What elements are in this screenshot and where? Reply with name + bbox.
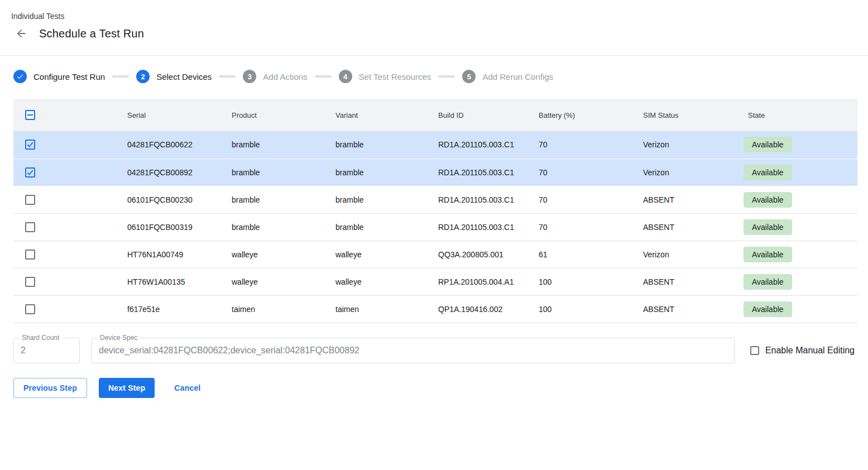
cell-variant: taimen <box>335 295 438 323</box>
cell-sim-status: ABSENT <box>643 268 748 295</box>
cell-product: bramble <box>232 186 335 213</box>
page-title: Schedule a Test Run <box>39 27 144 40</box>
cell-build-id: QQ3A.200805.001 <box>438 241 539 268</box>
row-checkbox[interactable] <box>25 250 35 260</box>
cell-product: bramble <box>232 159 335 186</box>
column-header-sim-status: SIM Status <box>643 99 748 131</box>
device-spec-label: Device Spec <box>97 334 140 342</box>
cell-variant: walleye <box>335 241 438 268</box>
cell-serial: 04281FQCB00622 <box>127 131 232 159</box>
step-label: Select Devices <box>156 72 212 81</box>
step-connector <box>219 75 236 78</box>
step-set-test-resources[interactable]: 4 Set Test Resources <box>339 70 431 83</box>
cell-sim-status: Verizon <box>643 131 748 159</box>
cell-product: bramble <box>232 213 335 241</box>
step-label: Set Test Resources <box>359 72 431 81</box>
enable-manual-editing-toggle[interactable]: Enable Manual Editing <box>750 346 855 356</box>
cell-battery: 70 <box>539 159 643 186</box>
status-badge: Available <box>744 192 792 208</box>
cell-build-id: QP1A.190416.002 <box>438 295 539 323</box>
table-row[interactable]: 04281FQCB00622 bramble bramble RD1A.2011… <box>13 131 857 159</box>
cell-build-id: RD1A.201105.003.C1 <box>438 186 539 213</box>
cell-sim-status: ABSENT <box>643 295 748 323</box>
cell-variant: bramble <box>335 186 438 213</box>
cell-sim-status: ABSENT <box>643 186 748 213</box>
back-arrow-icon[interactable] <box>15 27 28 40</box>
device-spec-value[interactable]: device_serial:04281FQCB00622;device_seri… <box>92 338 734 356</box>
cell-product: walleye <box>232 268 335 295</box>
cell-build-id: RD1A.201105.003.C1 <box>438 159 539 186</box>
step-connector <box>438 75 455 78</box>
shard-count-field[interactable]: Shard Count 2 <box>13 338 80 363</box>
cell-battery: 70 <box>539 186 643 213</box>
row-checkbox[interactable] <box>25 167 35 178</box>
step-number: 3 <box>243 70 256 83</box>
status-badge: Available <box>744 301 792 317</box>
cell-serial: f617e51e <box>127 295 232 323</box>
table-row[interactable]: 06101FQCB00230 bramble bramble RD1A.2011… <box>13 186 857 213</box>
cell-serial: 06101FQCB00319 <box>127 213 232 241</box>
table-row[interactable]: 04281FQCB00892 bramble bramble RD1A.2011… <box>13 159 857 186</box>
cell-build-id: RD1A.201105.003.C1 <box>438 131 539 159</box>
cell-serial: HT76N1A00749 <box>127 241 232 268</box>
cell-product: walleye <box>232 241 335 268</box>
cell-sim-status: Verizon <box>643 241 748 268</box>
cell-sim-status: Verizon <box>643 159 748 186</box>
step-add-actions[interactable]: 3 Add Actions <box>243 70 307 83</box>
table-row[interactable]: f617e51e taimen taimen QP1A.190416.002 1… <box>13 295 857 323</box>
column-header-product: Product <box>232 99 335 131</box>
table-header-row: Serial Product Variant Build ID Battery … <box>13 99 857 131</box>
cell-battery: 70 <box>539 131 643 159</box>
table-row[interactable]: HT76N1A00749 walleye walleye QQ3A.200805… <box>13 241 857 268</box>
page-header: Individual Tests Schedule a Test Run <box>0 0 868 56</box>
cell-battery: 70 <box>539 213 643 241</box>
device-table: Serial Product Variant Build ID Battery … <box>13 99 857 323</box>
breadcrumb: Individual Tests <box>11 12 868 21</box>
status-badge: Available <box>744 274 792 290</box>
row-checkbox[interactable] <box>25 277 35 287</box>
column-header-state: State <box>748 99 857 131</box>
cell-serial: 06101FQCB00230 <box>127 186 232 213</box>
cell-variant: bramble <box>335 213 438 241</box>
cell-battery: 61 <box>539 241 643 268</box>
device-spec-field[interactable]: Device Spec device_serial:04281FQCB00622… <box>92 338 735 363</box>
cell-product: taimen <box>232 295 335 323</box>
cell-build-id: RD1A.201105.003.C1 <box>438 213 539 241</box>
next-step-button[interactable]: Next Step <box>99 378 155 398</box>
cancel-button[interactable]: Cancel <box>165 378 209 398</box>
column-header-serial: Serial <box>127 99 232 131</box>
select-all-checkbox[interactable] <box>25 110 35 120</box>
cell-product: bramble <box>232 131 335 159</box>
enable-manual-editing-label: Enable Manual Editing <box>765 346 855 356</box>
cell-serial: HT76W1A00135 <box>127 268 232 295</box>
step-add-rerun-configs[interactable]: 5 Add Rerun Configs <box>462 70 553 83</box>
row-checkbox[interactable] <box>25 140 35 150</box>
step-configure-test-run[interactable]: Configure Test Run <box>13 70 105 83</box>
status-badge: Available <box>744 219 792 235</box>
cell-serial: 04281FQCB00892 <box>127 159 232 186</box>
step-label: Add Actions <box>263 72 307 81</box>
table-row[interactable]: 06101FQCB00319 bramble bramble RD1A.2011… <box>13 213 857 241</box>
step-label: Add Rerun Configs <box>482 72 553 81</box>
step-connector <box>112 75 129 78</box>
cell-battery: 100 <box>539 295 643 323</box>
enable-manual-editing-checkbox[interactable] <box>750 346 759 355</box>
step-select-devices[interactable]: 2 Select Devices <box>136 70 212 83</box>
cell-variant: bramble <box>335 159 438 186</box>
status-badge: Available <box>744 137 792 152</box>
column-header-battery: Battery (%) <box>539 99 643 131</box>
device-spec-form: Shard Count 2 Device Spec device_serial:… <box>13 338 855 363</box>
table-row[interactable]: HT76W1A00135 walleye walleye RP1A.201005… <box>13 268 857 295</box>
cell-variant: bramble <box>335 131 438 159</box>
previous-step-button[interactable]: Previous Step <box>13 378 87 398</box>
step-number: 4 <box>339 70 352 83</box>
cell-battery: 100 <box>539 268 643 295</box>
step-label: Configure Test Run <box>33 72 105 81</box>
stepper: Configure Test Run 2 Select Devices 3 Ad… <box>13 70 868 83</box>
row-checkbox[interactable] <box>25 222 35 232</box>
status-badge: Available <box>744 165 792 180</box>
action-buttons: Previous Step Next Step Cancel <box>13 378 868 398</box>
row-checkbox[interactable] <box>25 195 35 205</box>
row-checkbox[interactable] <box>25 304 35 314</box>
cell-build-id: RP1A.201005.004.A1 <box>438 268 539 295</box>
